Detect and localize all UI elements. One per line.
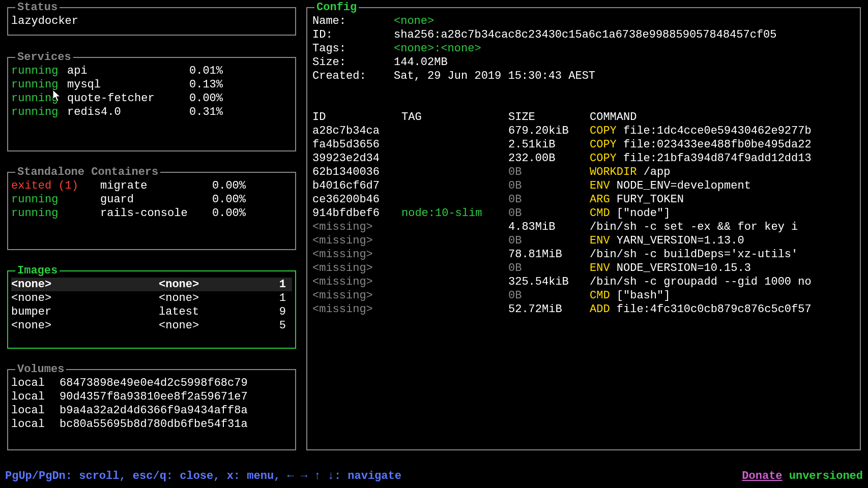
- service-cpu: 0.01%: [189, 64, 240, 78]
- service-status: running: [11, 92, 67, 105]
- layer-tag: [401, 138, 508, 151]
- layer-command: CMD ["node"]: [590, 206, 670, 220]
- layer-size: 0B: [508, 165, 590, 179]
- config-field: Tags:<none>:<none>: [312, 42, 857, 55]
- standalone-title: Standalone Containers: [15, 165, 160, 179]
- config-label: ID:: [312, 28, 394, 42]
- image-tag: <none>: [159, 291, 271, 305]
- images-title: Images: [15, 264, 60, 278]
- layer-size: 0B: [508, 234, 590, 248]
- layer-command: ENV NODE_VERSION=10.15.3: [590, 261, 751, 275]
- layers-header: IDTAGSIZECOMMAND: [312, 110, 857, 124]
- layer-id: <missing>: [312, 248, 401, 261]
- image-row[interactable]: <none><none>1: [11, 278, 292, 291]
- config-value: Sat, 29 Jun 2019 15:30:43 AEST: [394, 69, 595, 83]
- layer-row[interactable]: ce36200b460BARG FURY_TOKEN: [312, 193, 857, 206]
- service-row[interactable]: runningmysql0.13%: [11, 78, 292, 92]
- layer-size: 0B: [508, 179, 590, 193]
- volume-driver: local: [11, 376, 60, 390]
- layer-id: 39923e2d34: [312, 151, 401, 165]
- image-tag: <none>: [159, 319, 271, 332]
- layer-command: ENV NODE_ENV=development: [590, 179, 751, 193]
- donate-link[interactable]: Donate: [742, 470, 782, 482]
- images-panel[interactable]: Images <none><none>1<none><none>1bumperl…: [7, 270, 296, 349]
- status-panel[interactable]: Status lazydocker: [7, 7, 296, 36]
- image-row[interactable]: <none><none>1: [11, 291, 292, 305]
- layer-id: fa4b5d3656: [312, 138, 401, 151]
- layer-command: ENV YARN_VERSION=1.13.0: [590, 234, 744, 248]
- service-name: mysql: [67, 78, 189, 92]
- layer-row[interactable]: a28c7b34ca679.20kiBCOPY file:1dc4cce0e59…: [312, 124, 857, 138]
- volume-name: bc80a55695b8d780db6fbe54f31a: [60, 417, 248, 431]
- volume-row[interactable]: local68473898e49e0e4d2c5998f68c79: [11, 376, 292, 390]
- image-row[interactable]: <none><none>5: [11, 319, 292, 332]
- image-count: 5: [271, 319, 286, 332]
- container-name: guard: [100, 193, 212, 206]
- layer-size: 4.83MiB: [508, 220, 590, 234]
- layer-row[interactable]: <missing>325.54kiB/bin/sh -c groupadd --…: [312, 275, 857, 289]
- container-status: exited (1): [11, 179, 100, 193]
- service-status: running: [11, 64, 67, 78]
- container-row[interactable]: runningrails-console0.00%: [11, 206, 292, 220]
- layer-row[interactable]: <missing>0BCMD ["bash"]: [312, 289, 857, 302]
- config-label: Tags:: [312, 42, 394, 55]
- layer-command: COPY file:023433ee488fb0be495da22: [590, 138, 812, 151]
- config-title: Config: [314, 1, 359, 14]
- layer-tag: [401, 234, 508, 248]
- layer-command: ARG FURY_TOKEN: [590, 193, 684, 206]
- config-value: 144.02MB: [394, 55, 448, 69]
- layer-row[interactable]: <missing>4.83MiB/bin/sh -c set -ex && fo…: [312, 220, 857, 234]
- layer-tag: [401, 248, 508, 261]
- layer-command: COPY file:21bfa394d874f9add12dd13: [590, 151, 812, 165]
- service-row[interactable]: runningapi0.01%: [11, 64, 292, 78]
- volume-row[interactable]: localbc80a55695b8d780db6fbe54f31a: [11, 417, 292, 431]
- layer-id: <missing>: [312, 302, 401, 316]
- container-row[interactable]: exited (1)migrate0.00%: [11, 179, 292, 193]
- layer-tag: [401, 124, 508, 138]
- layer-row[interactable]: 39923e2d34232.00BCOPY file:21bfa394d874f…: [312, 151, 857, 165]
- image-repo: bumper: [11, 305, 159, 319]
- container-cpu: 0.00%: [212, 179, 263, 193]
- layer-row[interactable]: <missing>0BENV NODE_VERSION=10.15.3: [312, 261, 857, 275]
- layer-row[interactable]: fa4b5d36562.51kiBCOPY file:023433ee488fb…: [312, 138, 857, 151]
- layer-row[interactable]: <missing>0BENV YARN_VERSION=1.13.0: [312, 234, 857, 248]
- image-tag: latest: [159, 305, 271, 319]
- config-label: Name:: [312, 14, 394, 28]
- layer-size: 2.51kiB: [508, 138, 590, 151]
- config-value: sha256:a28c7b34cac8c23430c15a6c1a6738e99…: [394, 28, 777, 42]
- services-title: Services: [15, 50, 73, 64]
- service-row[interactable]: runningredis4.00.31%: [11, 105, 292, 119]
- layer-size: 52.72MiB: [508, 302, 590, 316]
- volume-row[interactable]: localb9a4a32a2d4d6366f9a9434aff8a: [11, 404, 292, 417]
- service-name: quote-fetcher: [67, 92, 189, 105]
- layer-command: /bin/sh -c buildDeps='xz-utils': [590, 248, 798, 261]
- standalone-panel[interactable]: Standalone Containers exited (1)migrate0…: [7, 172, 296, 250]
- layer-tag: [401, 261, 508, 275]
- service-cpu: 0.31%: [189, 105, 240, 119]
- container-status: running: [11, 193, 100, 206]
- layer-row[interactable]: 62b13400360BWORKDIR /app: [312, 165, 857, 179]
- image-repo: <none>: [11, 319, 159, 332]
- services-panel[interactable]: Services runningapi0.01%runningmysql0.13…: [7, 57, 296, 151]
- layer-id: b4016cf6d7: [312, 179, 401, 193]
- image-row[interactable]: bumperlatest9: [11, 305, 292, 319]
- layer-row[interactable]: <missing>52.72MiBADD file:4fc310c0cb879c…: [312, 302, 857, 316]
- container-name: rails-console: [100, 206, 212, 220]
- service-row[interactable]: runningquote-fetcher0.00%: [11, 92, 292, 105]
- layer-row[interactable]: 914bfdbef6node:10-slim0BCMD ["node"]: [312, 206, 857, 220]
- footer-bar: PgUp/PgDn: scroll, esc/q: close, x: menu…: [5, 469, 863, 483]
- layer-command: /bin/sh -c groupadd --gid 1000 no: [590, 275, 812, 289]
- volumes-title: Volumes: [15, 362, 66, 376]
- config-label: Size:: [312, 55, 394, 69]
- volume-row[interactable]: local90d4357f8a93810ee8f2a59671e7: [11, 390, 292, 404]
- layer-tag: node:10-slim: [401, 206, 508, 220]
- layer-tag: [401, 151, 508, 165]
- layer-tag: [401, 302, 508, 316]
- container-row[interactable]: runningguard0.00%: [11, 193, 292, 206]
- config-field: Name:<none>: [312, 14, 857, 28]
- config-panel[interactable]: Config Name:<none>ID:sha256:a28c7b34cac8…: [306, 7, 861, 450]
- layer-row[interactable]: <missing>78.81MiB/bin/sh -c buildDeps='x…: [312, 248, 857, 261]
- layer-row[interactable]: b4016cf6d70BENV NODE_ENV=development: [312, 179, 857, 193]
- layer-command: WORKDIR /app: [590, 165, 670, 179]
- volumes-panel[interactable]: Volumes local68473898e49e0e4d2c5998f68c7…: [7, 369, 296, 450]
